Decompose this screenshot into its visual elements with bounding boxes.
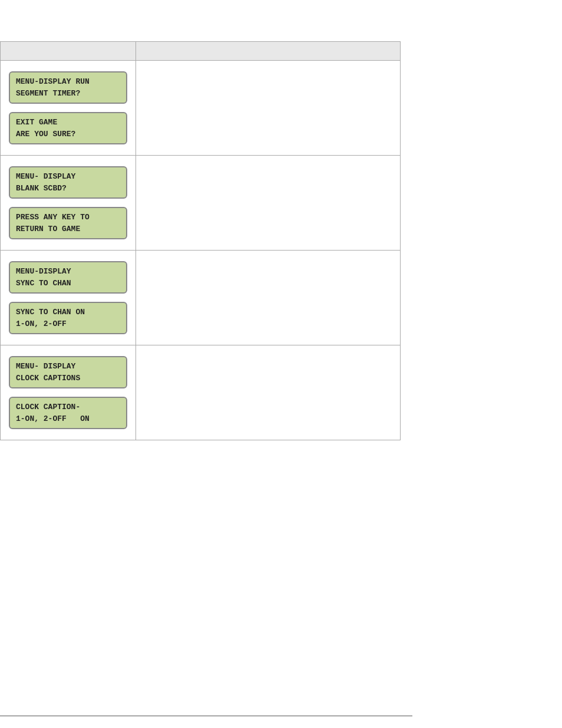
lcd-box-1-0: MENU- DISPLAY BLANK SCBD? bbox=[9, 166, 127, 199]
lcd-box-1-1: PRESS ANY KEY TO RETURN TO GAME bbox=[9, 207, 127, 239]
row-2-left-cell: MENU-DISPLAY SYNC TO CHANSYNC TO CHAN ON… bbox=[1, 251, 135, 345]
lcd-box-2-0: MENU-DISPLAY SYNC TO CHAN bbox=[9, 261, 127, 294]
lcd-box-3-0: MENU- DISPLAY CLOCK CAPTIONS bbox=[9, 356, 127, 388]
row-1-right-cell bbox=[136, 156, 400, 238]
row-3-left-cell: MENU- DISPLAY CLOCK CAPTIONSCLOCK CAPTIO… bbox=[1, 345, 135, 440]
lcd-box-3-1: CLOCK CAPTION- 1-ON, 2-OFF ON bbox=[9, 397, 127, 429]
row-1-left-cell: MENU- DISPLAY BLANK SCBD?PRESS ANY KEY T… bbox=[1, 156, 135, 250]
lcd-box-2-1: SYNC TO CHAN ON 1-ON, 2-OFF bbox=[9, 302, 127, 334]
row-3-right-cell bbox=[136, 345, 400, 428]
lcd-box-0-0: MENU-DISPLAY RUN SEGMENT TIMER? bbox=[9, 71, 127, 104]
row-0-left-cell: MENU-DISPLAY RUN SEGMENT TIMER?EXIT GAME… bbox=[1, 61, 135, 155]
row-0-right-cell bbox=[136, 61, 400, 143]
col-right-header bbox=[135, 42, 400, 61]
footer-divider bbox=[0, 716, 412, 716]
col-left-header bbox=[1, 42, 136, 61]
lcd-box-0-1: EXIT GAME ARE YOU SURE? bbox=[9, 112, 127, 144]
row-2-right-cell bbox=[136, 251, 400, 333]
main-table: MENU-DISPLAY RUN SEGMENT TIMER?EXIT GAME… bbox=[0, 41, 401, 440]
